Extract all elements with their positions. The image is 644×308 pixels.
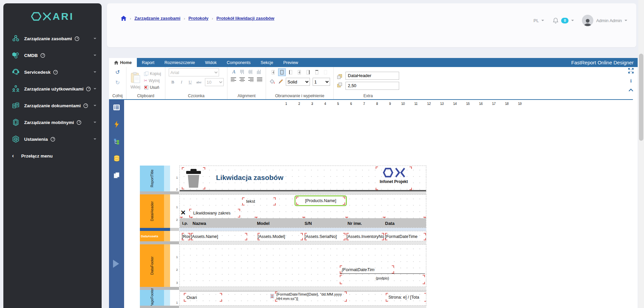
tekst-object[interactable]: tekst: [242, 197, 276, 205]
data-field-object[interactable]: [FormatDateTime: [385, 233, 426, 240]
underline-button[interactable]: U: [186, 78, 194, 86]
data-field-object[interactable]: [Assets.InventoryNo: [346, 233, 384, 240]
home-icon[interactable]: [121, 16, 126, 21]
delete-button[interactable]: Usuń: [143, 84, 160, 90]
window-scrollbar[interactable]: [638, 0, 644, 308]
products-name-object[interactable]: [Products.Name]: [294, 195, 347, 206]
sidebar-item-servicedesk[interactable]: Servicedesk: [3, 64, 102, 80]
data-field-object[interactable]: [Assets.SerialNo]: [305, 233, 345, 240]
bell-icon[interactable]: [553, 17, 558, 23]
footer-page-number-object[interactable]: Strona: e] / [Tota: [386, 293, 426, 302]
events-icon[interactable]: [114, 121, 119, 128]
breadcrumb-link-zasoby[interactable]: Zarządzanie zasobami: [135, 16, 180, 21]
x-mark-object[interactable]: ✕: [180, 209, 186, 217]
avatar[interactable]: [582, 15, 593, 26]
brush-icon[interactable]: [278, 79, 283, 84]
italic-button[interactable]: I: [177, 78, 185, 86]
scrollbar-thumb[interactable]: [639, 54, 643, 141]
band-label-dataassets[interactable]: DataAssets: [140, 231, 164, 241]
align-right-icon[interactable]: [248, 77, 254, 82]
border-edit-button[interactable]: [322, 68, 329, 76]
date-field-object[interactable]: [FormatDateTim: [340, 265, 394, 273]
trash-image-object[interactable]: [182, 167, 205, 189]
tab-rozmieszczenie[interactable]: Rozmieszczenie: [159, 58, 200, 67]
line-width-select[interactable]: 1: [313, 78, 330, 86]
sidebar-toggle-menu[interactable]: ‹ Przełącz menu: [3, 147, 102, 164]
fullscreen-icon[interactable]: [628, 68, 634, 73]
properties-icon[interactable]: [113, 105, 120, 110]
border-outer-button[interactable]: [278, 68, 286, 76]
table-header-cell[interactable]: Nr inw.: [347, 218, 362, 228]
report-title-text[interactable]: Likwidacja zasobów: [216, 172, 283, 183]
border-left-button[interactable]: [287, 68, 294, 76]
tab-widok[interactable]: Widok: [200, 58, 222, 67]
company-logo-object[interactable]: Infonet Projekt: [376, 167, 412, 190]
copy-button[interactable]: Kopiuj: [143, 71, 162, 77]
table-header-cell[interactable]: Lp.: [182, 218, 188, 228]
sidebar-item-ustawienia[interactable]: Ustawienia: [3, 131, 102, 147]
font-color-button[interactable]: A: [232, 68, 236, 75]
tab-preview[interactable]: Preview: [278, 58, 303, 67]
undo-button[interactable]: ↺: [115, 68, 120, 76]
band-label-datafooter[interactable]: DataFooter: [140, 244, 164, 287]
align-left-icon[interactable]: [231, 77, 236, 82]
tab-sekcje[interactable]: Sekcje: [256, 58, 278, 67]
table-header-cell[interactable]: Nazwa: [193, 218, 206, 228]
footer-brand-object[interactable]: Oxari: [184, 293, 222, 302]
data-field-object[interactable]: [Row: [182, 233, 190, 240]
border-top-button[interactable]: [313, 68, 321, 76]
bring-front-icon[interactable]: [337, 74, 342, 79]
user-name[interactable]: Admin Admin: [596, 18, 622, 23]
line-style-select[interactable]: Solid: [286, 78, 310, 86]
tab-raport[interactable]: Raport: [137, 58, 160, 67]
align-middle-icon[interactable]: [248, 70, 253, 74]
data-field-object[interactable]: [Assets.Name]: [191, 233, 247, 240]
scope-label-object[interactable]: Likwidowany zakres: [189, 209, 240, 218]
language-selector[interactable]: PL: [534, 18, 539, 23]
sidebar-item-zasoby[interactable]: Zarządzanie zasobami: [3, 30, 102, 47]
band-height-input[interactable]: [345, 82, 399, 90]
info-icon[interactable]: i: [630, 78, 632, 84]
band-name-input[interactable]: [345, 72, 399, 80]
paste-button[interactable]: Wklej: [130, 71, 141, 90]
signature-label-object[interactable]: (podpis): [340, 275, 425, 284]
border-none-button[interactable]: [269, 68, 277, 76]
border-right-button[interactable]: [304, 68, 312, 76]
breadcrumb-current[interactable]: Protokół likwidacji zasobów: [216, 16, 274, 21]
band-label-dataheader[interactable]: DataHeader: [140, 194, 164, 228]
table-header-cell[interactable]: Data: [385, 218, 394, 228]
footer-datetime-object[interactable]: [FormatDateTime([Date], "dd.MM.yyyy HH:m…: [275, 292, 347, 302]
align-bottom-icon[interactable]: [257, 70, 262, 74]
bold-button[interactable]: B: [169, 78, 177, 86]
font-family-select[interactable]: Arial: [169, 68, 219, 76]
band-label-pagefooter[interactable]: PageFooter: [140, 290, 164, 306]
sidebar-item-uzytkownicy[interactable]: Zarządzanie użytkownikami: [3, 80, 102, 97]
data-source-icon[interactable]: [114, 155, 120, 162]
fill-bucket-icon[interactable]: [269, 79, 275, 84]
notification-badge[interactable]: 0: [561, 18, 569, 23]
table-header-cell[interactable]: Model: [257, 218, 270, 228]
sidebar-item-mobilne[interactable]: Zarządzanie mobilnymi: [3, 114, 102, 131]
font-size-select[interactable]: 10: [205, 78, 224, 86]
pages-icon[interactable]: [114, 172, 119, 178]
table-header-cell[interactable]: S/N: [305, 218, 312, 228]
tab-components[interactable]: Components: [222, 58, 256, 67]
strikethrough-button[interactable]: abc: [195, 78, 203, 86]
align-justify-icon[interactable]: [257, 77, 262, 82]
data-field-object[interactable]: [Assets.Model]: [258, 233, 303, 240]
border-inner-button[interactable]: [296, 68, 303, 76]
band-label-reporttitle[interactable]: ReportTitle: [140, 166, 164, 191]
run-report-icon[interactable]: [113, 260, 119, 268]
sidebar-item-cmdb[interactable]: CMDB: [3, 47, 102, 64]
sidebar-item-dokumenty[interactable]: Zarządzanie dokumentami: [3, 97, 102, 114]
redo-button[interactable]: ↻: [115, 79, 120, 86]
tab-home[interactable]: Home: [109, 58, 137, 67]
breadcrumb-link-protokoly[interactable]: Protokoły: [189, 16, 209, 21]
collapse-toolbar-icon[interactable]: [629, 88, 633, 91]
cut-button[interactable]: ✂ Wytnij: [143, 77, 160, 84]
table-header-row[interactable]: Lp.NazwaModelS/NNr inw.Data: [180, 218, 426, 228]
report-tree-icon[interactable]: [114, 138, 119, 144]
align-top-icon[interactable]: [240, 70, 245, 74]
align-center-icon[interactable]: [239, 77, 245, 82]
send-back-icon[interactable]: [337, 82, 342, 87]
